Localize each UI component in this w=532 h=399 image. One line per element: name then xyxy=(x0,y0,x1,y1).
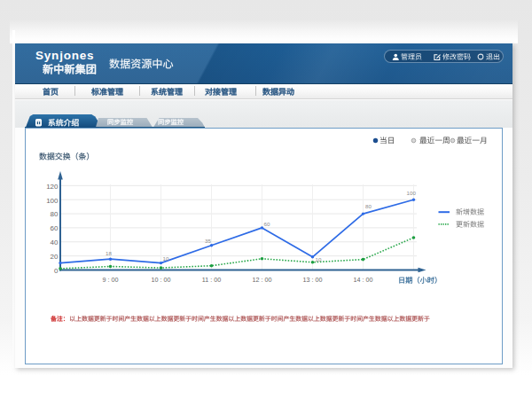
svg-text:35: 35 xyxy=(205,238,211,244)
svg-text:0: 0 xyxy=(54,267,59,275)
svg-text:60: 60 xyxy=(264,221,270,227)
svg-text:80: 80 xyxy=(365,203,372,209)
svg-text:9 : 00: 9 : 00 xyxy=(103,276,119,284)
svg-text:10: 10 xyxy=(316,256,322,262)
svg-text:100: 100 xyxy=(46,197,59,205)
svg-text:100: 100 xyxy=(407,190,417,196)
svg-text:14 : 00: 14 : 00 xyxy=(354,276,373,284)
svg-text:40: 40 xyxy=(51,239,59,246)
svg-text:18: 18 xyxy=(106,250,112,256)
svg-text:12 : 00: 12 : 00 xyxy=(253,276,272,284)
svg-text:20: 20 xyxy=(51,253,59,261)
svg-text:10 : 00: 10 : 00 xyxy=(152,276,171,284)
svg-text:11 : 00: 11 : 00 xyxy=(202,276,221,284)
svg-text:10: 10 xyxy=(163,255,169,262)
svg-text:60: 60 xyxy=(51,224,59,232)
svg-text:80: 80 xyxy=(51,210,59,218)
svg-text:13 : 00: 13 : 00 xyxy=(303,276,323,284)
svg-text:120: 120 xyxy=(46,183,59,191)
